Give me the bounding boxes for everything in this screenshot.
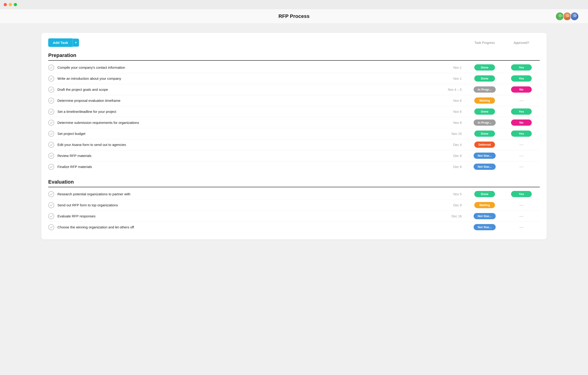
progress-badge[interactable]: Deferred (474, 141, 495, 148)
progress-badge[interactable]: In Progr... (474, 119, 496, 126)
task-progress-cell: Not Star... (466, 213, 503, 219)
task-name: Research potential organizations to part… (57, 192, 443, 196)
task-name: Send out RFP form to top organizations (57, 203, 443, 207)
task-approved-cell: No (503, 86, 540, 93)
task-date: Nov 1 (443, 77, 462, 80)
progress-badge[interactable]: Done (474, 191, 495, 197)
task-name: Finalize RFP materials (57, 165, 443, 169)
task-checkbox[interactable] (48, 153, 54, 159)
approved-dash: — (503, 203, 540, 207)
progress-badge[interactable]: Not Star... (474, 213, 496, 219)
approved-badge[interactable]: No (511, 119, 532, 126)
task-date: Dec 6 (443, 154, 462, 158)
progress-badge[interactable]: In Progr... (474, 86, 496, 93)
add-task-button[interactable]: Add Task (48, 38, 73, 47)
approved-badge[interactable]: Yes (511, 191, 532, 197)
svg-point-0 (558, 14, 562, 17)
task-date: Dec 9 (443, 203, 462, 207)
task-name: Write an introduction about your company (57, 76, 443, 80)
progress-badge[interactable]: Not Star... (474, 224, 496, 230)
task-row[interactable]: Send out RFP form to top organizationsDe… (48, 200, 540, 211)
approved-badge[interactable]: No (511, 86, 532, 93)
task-progress-cell: Waiting (466, 97, 503, 104)
task-row[interactable]: Determine submission requirements for or… (48, 117, 540, 128)
approved-badge[interactable]: Yes (511, 108, 532, 115)
task-progress-header: Task Progress (466, 41, 503, 44)
task-row[interactable]: Choose the winning organization and let … (48, 222, 540, 233)
add-task-dropdown-button[interactable]: ▾ (73, 39, 79, 47)
approved-dash: — (503, 142, 540, 147)
minimize-button[interactable] (9, 3, 12, 6)
task-row[interactable]: Compile your company's contact informati… (48, 62, 540, 73)
progress-badge[interactable]: Done (474, 108, 495, 115)
task-row[interactable]: Research potential organizations to part… (48, 189, 540, 200)
task-row[interactable]: Write an introduction about your company… (48, 73, 540, 84)
task-row[interactable]: Review RFP materialsDec 6Not Star...— (48, 150, 540, 161)
task-row[interactable]: Determine proposal evaluation timeframeN… (48, 95, 540, 106)
svg-point-4 (573, 14, 577, 17)
task-checkbox[interactable] (48, 75, 54, 82)
progress-badge[interactable]: Waiting (474, 202, 495, 208)
progress-badge[interactable]: Waiting (474, 97, 495, 104)
task-progress-cell: Not Star... (466, 224, 503, 230)
task-progress-cell: Not Star... (466, 153, 503, 159)
task-name: Compile your company's contact informati… (57, 65, 443, 69)
task-row[interactable]: Edit your Asana form to send out to agen… (48, 139, 540, 150)
task-date: Dec 4 (443, 143, 462, 147)
app-header: RFP Process (0, 9, 588, 24)
progress-badge[interactable]: Done (474, 130, 495, 137)
approved-badge[interactable]: Yes (511, 64, 532, 71)
task-name: Edit your Asana form to send out to agen… (57, 143, 443, 147)
task-name: Evaluate RFP responses (57, 214, 443, 218)
task-checkbox[interactable] (48, 191, 54, 197)
task-progress-cell: Done (466, 130, 503, 137)
close-button[interactable] (4, 3, 7, 6)
task-row[interactable]: Set a timeline/deadline for your project… (48, 106, 540, 117)
task-progress-cell: In Progr... (466, 86, 503, 93)
progress-badge[interactable]: Done (474, 75, 495, 82)
task-row[interactable]: Finalize RFP materialsDec 6Not Star...— (48, 161, 540, 172)
svg-point-2 (566, 14, 569, 17)
task-approved-cell: — (503, 214, 540, 218)
approved-badge[interactable]: Yes (511, 75, 532, 82)
task-checkbox[interactable] (48, 87, 54, 93)
section-evaluation: EvaluationResearch potential organizatio… (48, 179, 540, 233)
task-approved-cell: — (503, 164, 540, 169)
task-row[interactable]: Draft the project goals and scopeNov 4 –… (48, 84, 540, 95)
approved-dash: — (503, 153, 540, 158)
task-progress-cell: Done (466, 75, 503, 82)
task-approved-cell: — (503, 225, 540, 230)
task-progress-cell: Done (466, 108, 503, 115)
approved-badge[interactable]: Yes (511, 130, 532, 137)
task-checkbox[interactable] (48, 131, 54, 137)
task-checkbox[interactable] (48, 213, 54, 219)
task-checkbox[interactable] (48, 202, 54, 208)
task-checkbox[interactable] (48, 120, 54, 126)
fullscreen-button[interactable] (14, 3, 17, 6)
approved-dash: — (503, 98, 540, 103)
task-checkbox[interactable] (48, 164, 54, 170)
task-progress-cell: Deferred (466, 141, 503, 148)
task-checkbox[interactable] (48, 224, 54, 230)
task-row[interactable]: Set project budgetNov 15DoneYes (48, 128, 540, 139)
task-checkbox[interactable] (48, 98, 54, 104)
avatar-3[interactable] (570, 12, 579, 21)
task-date: Nov 5 (443, 192, 462, 196)
column-headers: Task Progress Approved? (466, 41, 540, 44)
task-progress-cell: Done (466, 191, 503, 197)
task-approved-cell: Yes (503, 75, 540, 82)
task-checkbox[interactable] (48, 64, 54, 71)
progress-badge[interactable]: Done (474, 64, 495, 71)
task-checkbox[interactable] (48, 109, 54, 115)
approved-dash: — (503, 225, 540, 230)
task-row[interactable]: Evaluate RFP responsesDec 16Not Star...— (48, 211, 540, 222)
progress-badge[interactable]: Not Star... (474, 164, 496, 170)
progress-badge[interactable]: Not Star... (474, 153, 496, 159)
task-name: Set a timeline/deadline for your project (57, 110, 443, 114)
task-approved-cell: Yes (503, 64, 540, 71)
task-checkbox[interactable] (48, 142, 54, 148)
task-name: Determine proposal evaluation timeframe (57, 99, 443, 102)
task-date: Nov 4 – 5 (443, 88, 462, 91)
titlebar (0, 0, 588, 9)
section-preparation: PreparationCompile your company's contac… (48, 52, 540, 172)
